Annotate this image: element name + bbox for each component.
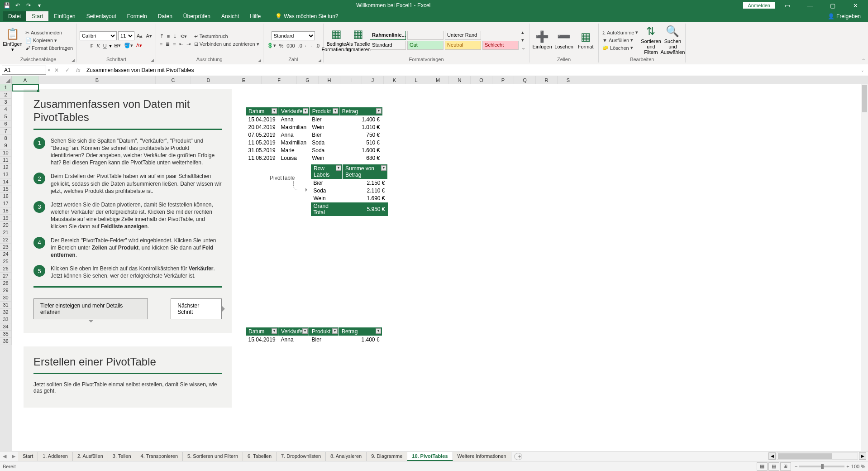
format-as-table-button[interactable]: ▦Als Tabelle formatieren bbox=[348, 28, 368, 52]
table-cell[interactable]: 15.04.2019 bbox=[246, 116, 278, 124]
tab-help[interactable]: Hilfe bbox=[244, 11, 266, 21]
cell-style-blank[interactable] bbox=[407, 31, 444, 40]
hscroll-left-icon[interactable]: ◀ bbox=[768, 452, 776, 460]
filter-dropdown-icon[interactable]: ▾ bbox=[302, 328, 308, 334]
font-launcher-icon[interactable]: ◢ bbox=[151, 58, 154, 62]
row-header-16[interactable]: 16 bbox=[0, 193, 12, 200]
next-step-button[interactable]: Nächster Schritt bbox=[171, 298, 222, 319]
row-header-26[interactable]: 26 bbox=[0, 265, 12, 273]
merge-center-button[interactable]: ⊟ Verbinden und zentrieren ▾ bbox=[193, 41, 260, 48]
cut-button[interactable]: ✂ Ausschneiden bbox=[24, 29, 74, 36]
table-header[interactable]: Betrag▾ bbox=[339, 327, 382, 336]
row-header-36[interactable]: 36 bbox=[0, 338, 12, 345]
qat-customize-icon[interactable]: ▾ bbox=[35, 2, 43, 9]
row-header-33[interactable]: 33 bbox=[0, 316, 12, 323]
fill-button[interactable]: ▼ Ausfüllen ▾ bbox=[601, 37, 639, 43]
align-right-icon[interactable]: ≡ bbox=[172, 41, 176, 47]
row-header-12[interactable]: 12 bbox=[0, 164, 12, 171]
font-name-select[interactable]: Calibri bbox=[80, 31, 117, 40]
copy-button[interactable]: 📄 Kopieren ▾ bbox=[24, 37, 74, 44]
tell-me-input[interactable]: 💡 Was möchten Sie tun? bbox=[275, 13, 338, 19]
table-cell[interactable]: 15.04.2019 bbox=[246, 336, 278, 344]
table-header[interactable]: Verkäufer▾ bbox=[278, 327, 309, 336]
row-header-24[interactable]: 24 bbox=[0, 251, 12, 258]
table-cell[interactable]: 680 € bbox=[339, 154, 382, 162]
insert-cells-button[interactable]: ➕Einfügen bbox=[532, 31, 552, 49]
filter-dropdown-icon[interactable]: ▾ bbox=[303, 108, 308, 114]
insert-function-icon[interactable]: fx bbox=[74, 67, 83, 73]
conditional-formatting-button[interactable]: ▦Bedingte Formatierung bbox=[326, 28, 346, 52]
align-top-icon[interactable]: ⤒ bbox=[159, 33, 165, 40]
table-cell[interactable]: 2.110 € bbox=[343, 187, 388, 195]
sheet-tab[interactable]: 1. Addieren bbox=[38, 452, 73, 461]
tab-file[interactable]: Datei bbox=[3, 11, 26, 21]
number-format-select[interactable]: Standard bbox=[272, 31, 315, 40]
scrollbar-thumb[interactable] bbox=[862, 85, 867, 112]
row-header-1[interactable]: 1 bbox=[0, 84, 12, 91]
row-header-3[interactable]: 3 bbox=[0, 99, 12, 106]
normal-view-button[interactable]: ▦ bbox=[757, 462, 768, 471]
zoom-out-button[interactable]: − bbox=[795, 464, 797, 469]
qat-undo-icon[interactable]: ↶ bbox=[14, 2, 22, 9]
column-header-S[interactable]: S bbox=[558, 76, 579, 84]
row-header-32[interactable]: 32 bbox=[0, 309, 12, 316]
data-table[interactable]: Datum▾Verkäufer▾Produkt▾Betrag▾ 15.04.20… bbox=[245, 107, 383, 162]
row-header-35[interactable]: 35 bbox=[0, 331, 12, 338]
sheet-tab[interactable]: 5. Sortieren und Filtern bbox=[183, 452, 243, 461]
decrease-indent-icon[interactable]: ⇤ bbox=[178, 41, 184, 48]
tab-insert[interactable]: Einfügen bbox=[48, 11, 81, 21]
row-header-13[interactable]: 13 bbox=[0, 171, 12, 178]
table-cell[interactable]: 1.600 € bbox=[339, 147, 382, 154]
column-header-L[interactable]: L bbox=[405, 76, 427, 84]
namebox-dropdown-icon[interactable]: ▾ bbox=[48, 68, 50, 72]
column-header-A[interactable]: A bbox=[12, 76, 39, 84]
filter-dropdown-icon[interactable]: ▾ bbox=[272, 108, 277, 114]
cell-style-neutral[interactable]: Neutral bbox=[445, 41, 481, 50]
column-header-P[interactable]: P bbox=[492, 76, 514, 84]
name-box[interactable] bbox=[2, 66, 46, 75]
row-header-8[interactable]: 8 bbox=[0, 135, 12, 142]
tab-pagelayout[interactable]: Seitenlayout bbox=[81, 11, 122, 21]
sheet-tab[interactable]: 3. Teilen bbox=[108, 452, 136, 461]
select-all-button[interactable] bbox=[0, 76, 12, 84]
clear-button[interactable]: 🧽 Löschen ▾ bbox=[601, 44, 639, 51]
zoom-level[interactable]: 100 % bbox=[851, 464, 865, 469]
filter-dropdown-icon[interactable]: ▾ bbox=[272, 328, 277, 334]
row-header-4[interactable]: 4 bbox=[0, 106, 12, 113]
column-header-Q[interactable]: Q bbox=[514, 76, 536, 84]
vertical-scrollbar[interactable] bbox=[861, 84, 868, 451]
sheet-tab[interactable]: 6. Tabellen bbox=[243, 452, 277, 461]
row-header-17[interactable]: 17 bbox=[0, 200, 12, 207]
decrease-font-icon[interactable]: A▾ bbox=[145, 33, 153, 39]
table-header[interactable]: Summe von Betrag▾ bbox=[343, 164, 388, 179]
row-header-22[interactable]: 22 bbox=[0, 236, 12, 244]
accounting-format-icon[interactable]: 💲▾ bbox=[266, 42, 277, 49]
column-header-O[interactable]: O bbox=[471, 76, 492, 84]
increase-decimal-icon[interactable]: .0→ bbox=[297, 43, 308, 49]
cell-style-bad[interactable]: Schlecht bbox=[482, 41, 519, 50]
table-cell[interactable]: Anna bbox=[278, 116, 310, 124]
find-select-button[interactable]: 🔍Suchen und Auswählen bbox=[663, 25, 682, 55]
tab-home[interactable]: Start bbox=[26, 11, 48, 21]
column-header-R[interactable]: R bbox=[536, 76, 558, 84]
hscrollbar-thumb[interactable] bbox=[778, 453, 832, 459]
filter-dropdown-icon[interactable]: ▾ bbox=[376, 328, 381, 334]
underline-button[interactable]: U bbox=[102, 43, 108, 49]
clipboard-launcher-icon[interactable]: ◢ bbox=[72, 58, 75, 62]
tab-view[interactable]: Ansicht bbox=[216, 11, 244, 21]
increase-font-icon[interactable]: A▴ bbox=[136, 33, 143, 39]
wrap-text-button[interactable]: ↵ Textumbruch bbox=[193, 33, 260, 40]
sheet-tab[interactable]: 8. Analysieren bbox=[326, 452, 367, 461]
row-header-14[interactable]: 14 bbox=[0, 178, 12, 186]
column-header-H[interactable]: H bbox=[319, 76, 340, 84]
zoom-in-button[interactable]: + bbox=[846, 464, 849, 469]
table-cell[interactable]: 1.690 € bbox=[343, 195, 388, 202]
filter-dropdown-icon[interactable]: ▾ bbox=[376, 108, 382, 114]
table-cell[interactable]: Grand Total bbox=[311, 202, 343, 216]
table-cell[interactable]: 11.06.2019 bbox=[246, 154, 278, 162]
minimize-icon[interactable]: — bbox=[800, 2, 820, 9]
table-header[interactable]: Produkt▾ bbox=[309, 107, 339, 116]
maximize-icon[interactable]: ▢ bbox=[823, 2, 843, 9]
tab-scroll-right-icon[interactable]: ▶ bbox=[9, 453, 18, 459]
row-header-28[interactable]: 28 bbox=[0, 280, 12, 287]
